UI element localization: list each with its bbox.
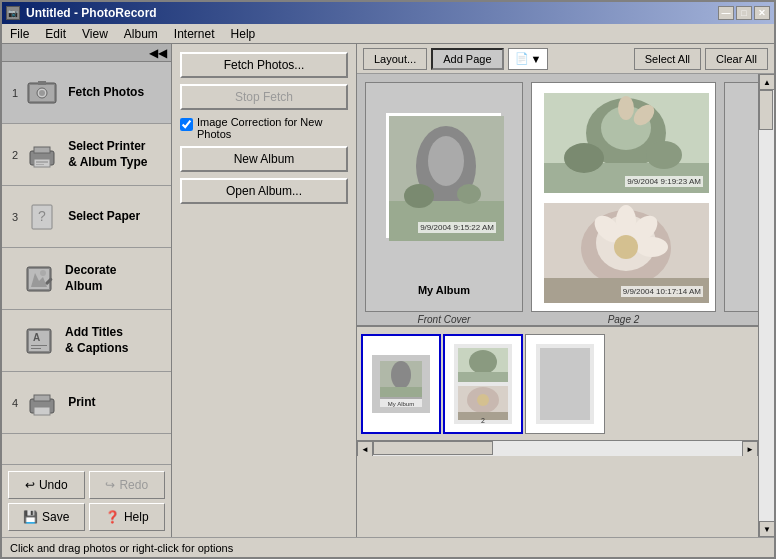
step1-number: 1 — [12, 87, 18, 99]
empty-page — [724, 82, 758, 325]
menu-internet[interactable]: Internet — [166, 25, 223, 43]
svg-rect-6 — [34, 147, 50, 153]
layout-button[interactable]: Layout... — [363, 48, 427, 70]
undo-button[interactable]: ↩ Undo — [8, 471, 85, 499]
clear-all-button[interactable]: Clear All — [705, 48, 768, 70]
menu-album[interactable]: Album — [116, 25, 166, 43]
v-scroll-track[interactable] — [759, 90, 774, 521]
decorate-number — [12, 273, 15, 285]
sidebar-item-print[interactable]: 4 Print — [2, 372, 171, 434]
add-page-button[interactable]: Add Page — [431, 48, 503, 70]
svg-rect-2 — [38, 81, 46, 85]
photo1-timestamp: 9/9/2004 9:15:22 AM — [418, 222, 496, 233]
svg-point-45 — [614, 235, 638, 259]
page-combo[interactable]: 📄 ▼ — [508, 48, 549, 70]
v-scroll-thumb[interactable] — [759, 90, 773, 130]
redo-button[interactable]: ↪ Redo — [89, 471, 166, 499]
app-icon: 📷 — [6, 6, 20, 20]
status-text: Click and drag photos or right-click for… — [10, 542, 233, 554]
menu-help[interactable]: Help — [223, 25, 264, 43]
decorate-icon — [21, 261, 57, 297]
svg-point-14 — [40, 270, 46, 276]
svg-rect-23 — [34, 407, 50, 415]
stop-fetch-button[interactable]: Stop Fetch — [180, 84, 348, 110]
svg-rect-9 — [36, 164, 44, 165]
page2-canvas[interactable]: 9/9/2004 9:19:23 AM — [531, 82, 716, 312]
minimize-button[interactable]: — — [718, 6, 734, 20]
open-album-button[interactable]: Open Album... — [180, 178, 348, 204]
svg-point-26 — [428, 136, 464, 186]
horizontal-scrollbar[interactable]: ◄ ► — [357, 440, 758, 456]
menu-file[interactable]: File — [2, 25, 37, 43]
scroll-down-button[interactable]: ▼ — [759, 521, 774, 537]
vertical-scrollbar[interactable]: ▲ ▼ — [758, 74, 774, 537]
svg-point-29 — [457, 184, 481, 204]
scroll-left-button[interactable]: ◄ — [357, 441, 373, 456]
svg-rect-57 — [458, 372, 508, 382]
redo-icon: ↪ — [105, 478, 115, 492]
fetch-photos-label: Fetch Photos — [68, 85, 144, 101]
title-bar: 📷 Untitled - PhotoRecord — □ ✕ — [2, 2, 774, 24]
content-area: 9/9/2004 9:15:22 AM My Album Front Cover — [357, 74, 774, 537]
save-icon: 💾 — [23, 510, 38, 524]
svg-point-4 — [39, 90, 45, 96]
album-title: My Album — [366, 284, 522, 296]
main-content: ◀◀ 1 Fetch Photos — [2, 44, 774, 537]
pages-row: 9/9/2004 9:15:22 AM My Album Front Cover — [357, 74, 758, 325]
step2-number: 2 — [12, 149, 18, 161]
window-title: Untitled - PhotoRecord — [26, 6, 157, 20]
sidebar-item-fetch-photos[interactable]: 1 Fetch Photos — [2, 62, 171, 124]
print-icon — [24, 385, 60, 421]
svg-text:?: ? — [38, 208, 46, 224]
scroll-right-button[interactable]: ► — [742, 441, 758, 456]
maximize-button[interactable]: □ — [736, 6, 752, 20]
main-window: 📷 Untitled - PhotoRecord — □ ✕ File Edit… — [0, 0, 776, 559]
svg-rect-22 — [34, 395, 50, 401]
sidebar-collapse-bar[interactable]: ◀◀ — [2, 44, 171, 62]
new-album-button[interactable]: New Album — [180, 146, 348, 172]
svg-point-50 — [391, 361, 411, 389]
select-all-button[interactable]: Select All — [634, 48, 701, 70]
sidebar-bottom: ↩ Undo ↪ Redo 💾 Save ❓ Help — [2, 464, 171, 537]
step4-number: 4 — [12, 397, 18, 409]
front-cover-canvas[interactable]: 9/9/2004 9:15:22 AM My Album — [365, 82, 523, 312]
close-button[interactable]: ✕ — [754, 6, 770, 20]
empty-page-canvas[interactable] — [724, 82, 758, 312]
menu-edit[interactable]: Edit — [37, 25, 74, 43]
help-icon: ❓ — [105, 510, 120, 524]
thumbnail-2[interactable]: 2 — [443, 334, 523, 434]
help-button[interactable]: ❓ Help — [89, 503, 166, 531]
toolbar: Layout... Add Page 📄 ▼ Select All Clear … — [357, 44, 774, 74]
sidebar-item-select-paper[interactable]: 3 ? Select Paper — [2, 186, 171, 248]
menu-bar: File Edit View Album Internet Help — [2, 24, 774, 44]
undo-icon: ↩ — [25, 478, 35, 492]
svg-rect-64 — [540, 348, 590, 420]
h-scroll-track[interactable] — [373, 441, 742, 456]
svg-rect-8 — [36, 161, 48, 163]
sidebar-item-decorate[interactable]: DecorateAlbum — [2, 248, 171, 310]
svg-point-56 — [469, 350, 497, 374]
sidebar-item-titles[interactable]: A Add Titles& Captions — [2, 310, 171, 372]
svg-rect-19 — [31, 345, 47, 346]
titles-label: Add Titles& Captions — [65, 325, 128, 356]
svg-rect-51 — [380, 387, 422, 397]
h-scroll-thumb[interactable] — [373, 441, 493, 455]
fetch-photos-button[interactable]: Fetch Photos... — [180, 52, 348, 78]
svg-text:A: A — [33, 332, 40, 343]
printer-icon — [24, 137, 60, 173]
menu-view[interactable]: View — [74, 25, 116, 43]
svg-text:2: 2 — [481, 417, 485, 424]
sidebar-item-select-printer[interactable]: 2 Select Printer& Album Type — [2, 124, 171, 186]
svg-point-35 — [646, 141, 682, 169]
scroll-up-button[interactable]: ▲ — [759, 74, 774, 90]
svg-point-44 — [636, 237, 668, 257]
print-label: Print — [68, 395, 95, 411]
save-button[interactable]: 💾 Save — [8, 503, 85, 531]
image-correction-checkbox[interactable] — [180, 118, 193, 131]
thumbnail-3[interactable] — [525, 334, 605, 434]
thumbnail-1[interactable]: My Album — [361, 334, 441, 434]
front-cover-page: 9/9/2004 9:15:22 AM My Album Front Cover — [365, 82, 523, 325]
right-panel: Layout... Add Page 📄 ▼ Select All Clear … — [357, 44, 774, 537]
titles-number — [12, 335, 15, 347]
front-cover-label: Front Cover — [418, 314, 471, 325]
